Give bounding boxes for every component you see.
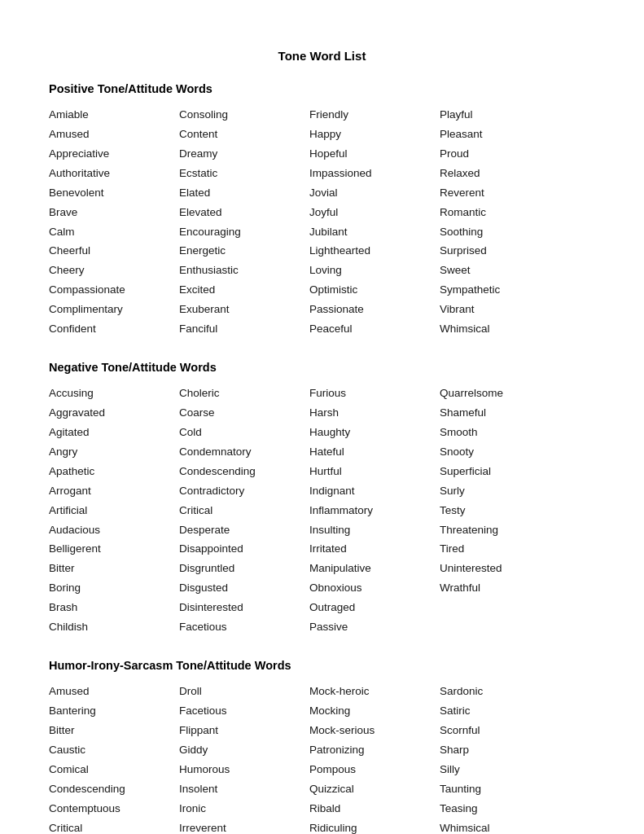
word-cell: Childish — [49, 619, 179, 636]
word-cell: Condescending — [49, 781, 179, 798]
word-cell: Disappointed — [179, 541, 309, 558]
word-cell: Critical — [49, 820, 179, 835]
word-cell — [440, 619, 570, 636]
word-cell: Soothing — [440, 224, 570, 241]
word-grid-humor: AmusedDrollMock-heroicSardonicBanteringF… — [49, 683, 595, 834]
word-cell: Enthusiastic — [179, 262, 309, 279]
word-cell: Amiable — [49, 107, 179, 124]
section-heading-negative: Negative Tone/Attitude Words — [49, 361, 595, 374]
word-cell: Smooth — [440, 424, 570, 441]
word-cell: Contemptuous — [49, 801, 179, 818]
section-positive: Positive Tone/Attitude WordsAmiableConso… — [49, 82, 595, 338]
word-cell: Aggravated — [49, 405, 179, 422]
word-cell: Consoling — [179, 107, 309, 124]
word-cell: Pompous — [309, 762, 440, 779]
word-cell: Insulting — [309, 522, 440, 539]
word-cell: Insolent — [179, 781, 309, 798]
word-cell: Vibrant — [440, 301, 570, 318]
word-cell: Elated — [179, 185, 309, 202]
word-cell: Silly — [440, 762, 570, 779]
word-cell: Surly — [440, 483, 570, 500]
word-cell: Arrogant — [49, 483, 179, 500]
word-cell: Belligerent — [49, 541, 179, 558]
word-cell: Manipulative — [309, 560, 440, 577]
word-cell: Joyful — [309, 204, 440, 222]
word-cell: Playful — [440, 107, 570, 124]
word-cell: Disgusted — [179, 580, 309, 597]
word-cell: Desperate — [179, 522, 309, 539]
word-cell: Surprised — [440, 243, 570, 260]
word-cell: Outraged — [309, 599, 440, 617]
word-cell: Content — [179, 126, 309, 143]
word-cell: Amused — [49, 683, 179, 700]
word-cell: Comical — [49, 762, 179, 779]
word-cell: Critical — [179, 503, 309, 520]
word-cell: Haughty — [309, 424, 440, 441]
word-cell: Impassioned — [309, 165, 440, 182]
word-cell: Taunting — [440, 781, 570, 798]
word-cell: Peaceful — [309, 321, 440, 338]
word-cell: Hateful — [309, 444, 440, 461]
word-cell: Lighthearted — [309, 243, 440, 260]
word-cell — [440, 599, 570, 617]
word-cell: Hurtful — [309, 463, 440, 481]
word-cell: Dreamy — [179, 146, 309, 163]
word-cell: Droll — [179, 683, 309, 700]
word-cell: Inflammatory — [309, 503, 440, 520]
word-cell: Encouraging — [179, 224, 309, 241]
word-cell: Complimentary — [49, 301, 179, 318]
word-cell: Irritated — [309, 541, 440, 558]
word-cell: Ridiculing — [309, 820, 440, 835]
word-cell: Mock-serious — [309, 722, 440, 740]
word-cell: Disinterested — [179, 599, 309, 617]
word-cell: Humorous — [179, 762, 309, 779]
word-cell: Passionate — [309, 301, 440, 318]
word-cell: Audacious — [49, 522, 179, 539]
word-cell: Superficial — [440, 463, 570, 481]
word-cell: Fanciful — [179, 321, 309, 338]
word-cell: Jubilant — [309, 224, 440, 241]
word-cell: Quarrelsome — [440, 385, 570, 402]
word-cell: Elevated — [179, 204, 309, 222]
page-title: Tone Word List — [49, 49, 595, 63]
word-cell: Furious — [309, 385, 440, 402]
word-cell: Indignant — [309, 483, 440, 500]
word-cell: Amused — [49, 126, 179, 143]
word-cell: Energetic — [179, 243, 309, 260]
word-cell: Satiric — [440, 703, 570, 720]
word-cell: Compassionate — [49, 282, 179, 299]
word-cell: Wrathful — [440, 580, 570, 597]
word-cell: Ribald — [309, 801, 440, 818]
word-cell: Proud — [440, 146, 570, 163]
word-cell: Authoritative — [49, 165, 179, 182]
section-negative: Negative Tone/Attitude WordsAccusingChol… — [49, 361, 595, 636]
word-cell: Irreverent — [179, 820, 309, 835]
word-cell: Condemnatory — [179, 444, 309, 461]
word-cell: Reverent — [440, 185, 570, 202]
word-cell: Harsh — [309, 405, 440, 422]
word-cell: Ecstatic — [179, 165, 309, 182]
word-cell: Giddy — [179, 742, 309, 759]
word-cell: Cheery — [49, 262, 179, 279]
word-cell: Pleasant — [440, 126, 570, 143]
word-cell: Facetious — [179, 703, 309, 720]
word-cell: Uninterested — [440, 560, 570, 577]
word-cell: Artificial — [49, 503, 179, 520]
word-cell: Confident — [49, 321, 179, 338]
word-cell: Obnoxious — [309, 580, 440, 597]
word-cell: Mock-heroic — [309, 683, 440, 700]
word-cell: Contradictory — [179, 483, 309, 500]
word-cell: Appreciative — [49, 146, 179, 163]
section-heading-humor: Humor-Irony-Sarcasm Tone/Attitude Words — [49, 659, 595, 672]
word-cell: Sweet — [440, 262, 570, 279]
word-grid-positive: AmiableConsolingFriendlyPlayfulAmusedCon… — [49, 107, 595, 338]
word-cell: Bitter — [49, 560, 179, 577]
word-cell: Agitated — [49, 424, 179, 441]
word-cell: Angry — [49, 444, 179, 461]
word-cell: Optimistic — [309, 282, 440, 299]
word-cell: Jovial — [309, 185, 440, 202]
section-humor: Humor-Irony-Sarcasm Tone/Attitude WordsA… — [49, 659, 595, 834]
word-cell: Whimsical — [440, 321, 570, 338]
word-cell: Coarse — [179, 405, 309, 422]
word-cell: Disgruntled — [179, 560, 309, 577]
